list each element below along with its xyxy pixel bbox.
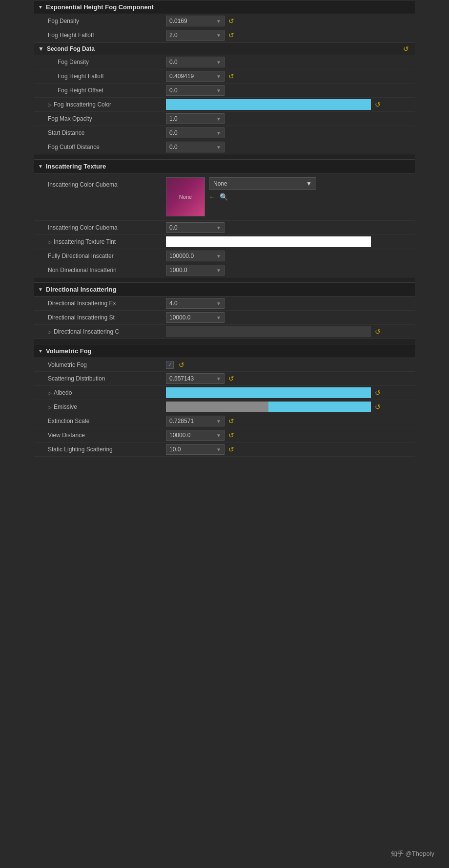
start-distance-input[interactable]: 0.0 ▼ (166, 127, 224, 138)
fog-inscattering-color-bar[interactable] (166, 99, 371, 110)
volumetric-fog-checkbox[interactable]: ✓ (166, 361, 174, 369)
directional-section-title: Directional Inscattering (46, 286, 116, 293)
extinction-scale-row: Extinction Scale 0.728571 ▼ ↺ (34, 414, 415, 428)
view-distance-reset[interactable]: ↺ (226, 431, 236, 439)
emissive-reset[interactable]: ↺ (373, 403, 383, 411)
non-directional-input[interactable]: 1000.0 ▼ (166, 265, 224, 275)
view-distance-input[interactable]: 10000.0 ▼ (166, 430, 224, 441)
inscattering-tint-label-area: ▷ Inscattering Texture Tint (34, 238, 166, 245)
fog-inscattering-color-label: Fog Inscattering Color (54, 101, 111, 108)
inscattering-tint-color-bar[interactable] (166, 236, 371, 247)
extinction-scale-value-area: 0.728571 ▼ ↺ (166, 416, 415, 426)
fog-inscattering-expand-arrow[interactable]: ▷ (48, 102, 52, 107)
albedo-expand-arrow[interactable]: ▷ (48, 390, 52, 396)
second-fog-height-offset-label: Fog Height Offset (34, 87, 166, 94)
non-directional-row: Non Directional Inscatterin 1000.0 ▼ (34, 263, 415, 277)
second-fog-height-offset-row: Fog Height Offset 0.0 ▼ (34, 84, 415, 98)
inscattering-section-header[interactable]: ▼ Inscattering Texture (34, 159, 415, 173)
second-fog-density-arrow: ▼ (216, 60, 221, 65)
emissive-expand-arrow[interactable]: ▷ (48, 404, 52, 410)
second-fog-height-falloff-label: Fog Height Falloff (34, 73, 166, 80)
texture-dropdown[interactable]: None ▼ (209, 177, 316, 190)
directional-st-input[interactable]: 10000.0 ▼ (166, 312, 224, 323)
volumetric-collapse-arrow: ▼ (38, 348, 43, 354)
fog-height-falloff-label: Fog Height Falloff (34, 32, 166, 39)
albedo-color-bar[interactable] (166, 387, 371, 398)
fog-inscattering-color-reset[interactable]: ↺ (373, 101, 383, 108)
directional-collapse-arrow: ▼ (38, 287, 43, 292)
directional-section-header[interactable]: ▼ Directional Inscattering (34, 282, 415, 296)
exponential-collapse-arrow: ▼ (38, 4, 43, 10)
inscattering-section-title: Inscattering Texture (46, 163, 106, 170)
view-distance-value-area: 10000.0 ▼ ↺ (166, 430, 415, 441)
scattering-distribution-row: Scattering Distribution 0.557143 ▼ ↺ (34, 372, 415, 386)
inscattering-cubemap2-label: Inscattering Color Cubema (34, 224, 166, 231)
texture-dropdown-arrow: ▼ (306, 180, 312, 187)
fog-max-opacity-label: Fog Max Opacity (34, 115, 166, 122)
albedo-row: ▷ Albedo ↺ (34, 386, 415, 400)
static-lighting-row: Static Lighting Scattering 10.0 ▼ ↺ (34, 443, 415, 457)
second-fog-density-input[interactable]: 0.0 ▼ (166, 57, 224, 67)
texture-none-label: None (179, 194, 192, 200)
directional-color-bar[interactable] (166, 326, 371, 337)
fog-density-label: Fog Density (34, 18, 166, 24)
volumetric-fog-reset[interactable]: ↺ (177, 361, 186, 369)
second-fog-collapse-arrow: ▼ (38, 45, 44, 52)
fog-density-input[interactable]: 0.0169 ▼ (166, 16, 224, 26)
second-fog-data-header[interactable]: ▼ Second Fog Data ↺ (34, 42, 415, 55)
scattering-distribution-input[interactable]: 0.557143 ▼ (166, 373, 224, 384)
second-fog-data-reset[interactable]: ↺ (401, 45, 411, 53)
fog-inscattering-color-row: ▷ Fog Inscattering Color ↺ (34, 98, 415, 112)
inscattering-cubemap-row: Inscattering Color Cubema None None ▼ ← … (34, 173, 415, 221)
fog-height-falloff-value-area: 2.0 ▼ ↺ (166, 30, 415, 41)
fog-density-reset[interactable]: ↺ (226, 17, 236, 25)
fog-density-arrow: ▼ (216, 19, 221, 24)
view-distance-arrow: ▼ (216, 433, 221, 438)
divider-1 (34, 154, 415, 159)
second-fog-height-offset-input[interactable]: 0.0 ▼ (166, 85, 224, 96)
second-fog-height-falloff-input[interactable]: 0.409419 ▼ (166, 71, 224, 82)
fog-cutoff-distance-input[interactable]: 0.0 ▼ (166, 142, 224, 152)
inscattering-cubemap2-input[interactable]: 0.0 ▼ (166, 222, 224, 233)
static-lighting-label: Static Lighting Scattering (34, 446, 166, 453)
fully-directional-value-area: 100000.0 ▼ (166, 251, 415, 261)
fog-height-falloff-input[interactable]: 2.0 ▼ (166, 30, 224, 41)
fog-height-falloff-reset[interactable]: ↺ (226, 31, 236, 39)
view-distance-row: View Distance 10000.0 ▼ ↺ (34, 428, 415, 443)
albedo-label: Albedo (54, 389, 72, 396)
fog-height-falloff-row: Fog Height Falloff 2.0 ▼ ↺ (34, 28, 415, 42)
directional-color-reset[interactable]: ↺ (373, 328, 383, 336)
directional-ex-input[interactable]: 4.0 ▼ (166, 298, 224, 309)
static-lighting-arrow: ▼ (216, 447, 221, 452)
scattering-distribution-label: Scattering Distribution (34, 375, 166, 382)
fog-max-opacity-input[interactable]: 1.0 ▼ (166, 113, 224, 124)
inscattering-texture-thumbnail[interactable]: None (166, 177, 205, 216)
albedo-reset[interactable]: ↺ (373, 389, 383, 397)
fog-inscattering-color-value-area: ↺ (166, 99, 415, 110)
start-distance-label: Start Distance (34, 129, 166, 136)
volumetric-section-header[interactable]: ▼ Volumetric Fog (34, 344, 415, 358)
fog-cutoff-distance-label: Fog Cutoff Distance (34, 144, 166, 150)
texture-back-icon[interactable]: ← (209, 193, 216, 201)
emissive-value-area: ↺ (166, 402, 415, 412)
fog-max-opacity-row: Fog Max Opacity 1.0 ▼ (34, 112, 415, 126)
inscattering-collapse-arrow: ▼ (38, 164, 43, 169)
extinction-scale-reset[interactable]: ↺ (226, 417, 236, 425)
exponential-section-header[interactable]: ▼ Exponential Height Fog Component (34, 0, 415, 14)
static-lighting-reset[interactable]: ↺ (226, 445, 236, 453)
fully-directional-input[interactable]: 100000.0 ▼ (166, 251, 224, 261)
emissive-label-area: ▷ Emissive (34, 403, 166, 410)
inscattering-cubemap-label: Inscattering Color Cubema (34, 177, 166, 188)
second-fog-height-falloff-reset[interactable]: ↺ (226, 72, 236, 80)
texture-search-icon[interactable]: 🔍 (220, 193, 228, 201)
divider-2 (34, 277, 415, 282)
extinction-scale-input[interactable]: 0.728571 ▼ (166, 416, 224, 426)
directional-color-expand-arrow[interactable]: ▷ (48, 329, 52, 335)
inscattering-texture-tint-row: ▷ Inscattering Texture Tint (34, 235, 415, 249)
static-lighting-input[interactable]: 10.0 ▼ (166, 444, 224, 455)
scattering-distribution-reset[interactable]: ↺ (226, 375, 236, 382)
inscattering-tint-expand-arrow[interactable]: ▷ (48, 239, 52, 245)
directional-st-value-area: 10000.0 ▼ (166, 312, 415, 323)
emissive-color-bar[interactable] (166, 402, 371, 412)
directional-color-row: ▷ Directional Inscattering C ↺ (34, 325, 415, 339)
